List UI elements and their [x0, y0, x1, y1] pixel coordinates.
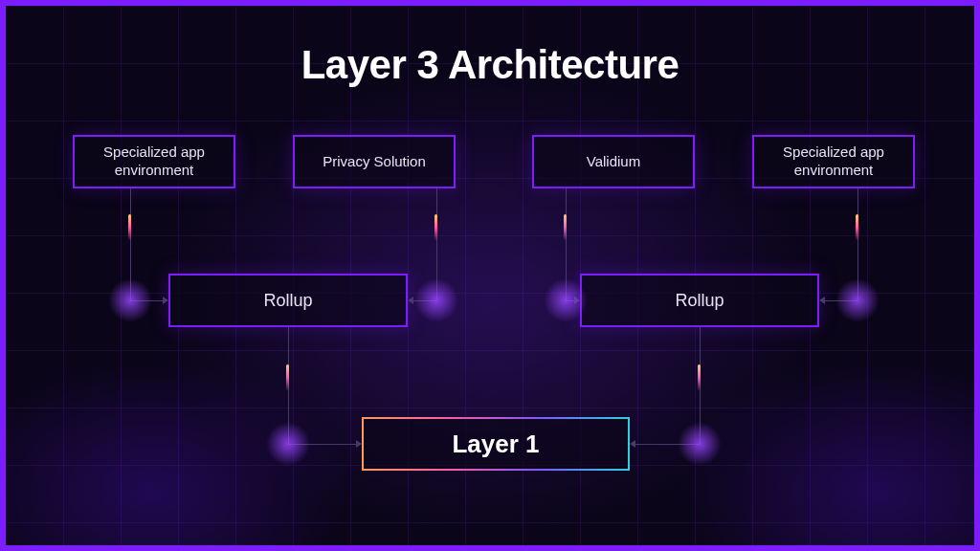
node-specialized-app-left: Specialized app environment [73, 135, 235, 188]
diagram-title: Layer 3 Architecture [6, 42, 974, 88]
node-layer-1-label: Layer 1 [452, 430, 539, 459]
node-specialized-app-right: Specialized app environment [752, 135, 915, 188]
diagram-frame: Layer 3 Architecture Specialized app env… [0, 0, 980, 551]
glow-dot [414, 278, 458, 322]
spark-icon [128, 214, 131, 241]
spark-icon [698, 364, 701, 391]
spark-icon [564, 214, 567, 241]
node-privacy-solution: Privacy Solution [293, 135, 456, 188]
spark-icon [286, 364, 289, 391]
glow-dot [266, 422, 310, 466]
spark-icon [434, 214, 437, 241]
spark-icon [856, 214, 858, 241]
glow-dot [835, 278, 880, 322]
node-validium: Validium [532, 135, 695, 188]
node-rollup-left: Rollup [168, 274, 408, 327]
glow-dot [108, 278, 152, 322]
node-layer-1: Layer 1 [362, 417, 630, 471]
node-rollup-right: Rollup [580, 274, 819, 327]
glow-dot [678, 422, 722, 466]
